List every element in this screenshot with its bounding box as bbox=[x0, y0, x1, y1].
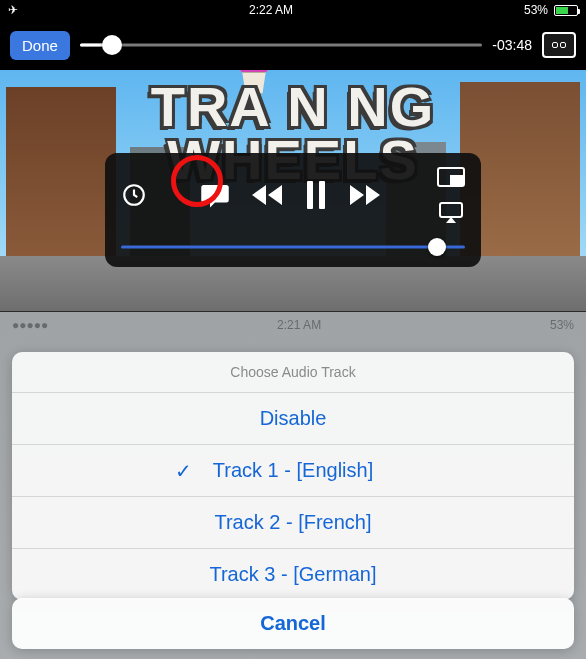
subtitles-icon[interactable] bbox=[200, 182, 230, 208]
scrubber-thumb[interactable] bbox=[102, 35, 122, 55]
svg-rect-2 bbox=[451, 176, 462, 184]
video-player: ✈︎ 2:22 AM 53% Done -03:48 TRA N NG WHEE… bbox=[0, 0, 586, 311]
dimmed-status-bar: ●●●●● 2:21 AM 53% bbox=[0, 318, 586, 332]
option-label: Track 2 - [French] bbox=[214, 511, 371, 533]
option-disable[interactable]: Disable bbox=[12, 393, 574, 445]
time-remaining: -03:48 bbox=[492, 37, 532, 53]
option-label: Track 1 - [English] bbox=[213, 459, 373, 481]
volume-slider[interactable] bbox=[121, 237, 465, 257]
volume-thumb[interactable] bbox=[428, 238, 446, 256]
dim-battery: 53% bbox=[550, 318, 574, 332]
option-track-1[interactable]: ✓ Track 1 - [English] bbox=[12, 445, 574, 497]
rewind-button[interactable] bbox=[248, 181, 286, 209]
cancel-button[interactable]: Cancel bbox=[12, 598, 574, 649]
battery-percent: 53% bbox=[524, 3, 548, 17]
audio-track-sheet: Choose Audio Track Disable ✓ Track 1 - [… bbox=[12, 352, 574, 600]
option-track-3[interactable]: Track 3 - [German] bbox=[12, 549, 574, 600]
airplay-icon[interactable] bbox=[438, 201, 464, 223]
closed-caption-button[interactable] bbox=[542, 32, 576, 58]
status-bar: ✈︎ 2:22 AM 53% bbox=[0, 0, 586, 20]
option-label: Track 3 - [German] bbox=[209, 563, 376, 585]
airplane-icon: ✈︎ bbox=[8, 3, 18, 17]
status-time: 2:22 AM bbox=[249, 3, 293, 17]
playback-overlay bbox=[105, 153, 481, 267]
checkmark-icon: ✓ bbox=[175, 459, 192, 483]
clock-icon[interactable] bbox=[121, 182, 147, 208]
scrubber[interactable] bbox=[80, 31, 482, 59]
svg-rect-3 bbox=[440, 203, 462, 217]
battery-icon bbox=[554, 5, 578, 16]
option-label: Disable bbox=[260, 407, 327, 429]
action-sheet-area: ●●●●● 2:21 AM 53% Choose Audio Track Dis… bbox=[0, 311, 586, 659]
picture-in-picture-icon[interactable] bbox=[437, 167, 465, 187]
done-button[interactable]: Done bbox=[10, 31, 70, 60]
video-frame: TRA N NG WHEELS bbox=[0, 70, 586, 311]
sheet-title: Choose Audio Track bbox=[12, 352, 574, 393]
top-controls: Done -03:48 bbox=[0, 20, 586, 70]
pause-button[interactable] bbox=[304, 181, 328, 209]
dim-time: 2:21 AM bbox=[277, 318, 321, 332]
forward-button[interactable] bbox=[346, 181, 384, 209]
option-track-2[interactable]: Track 2 - [French] bbox=[12, 497, 574, 549]
